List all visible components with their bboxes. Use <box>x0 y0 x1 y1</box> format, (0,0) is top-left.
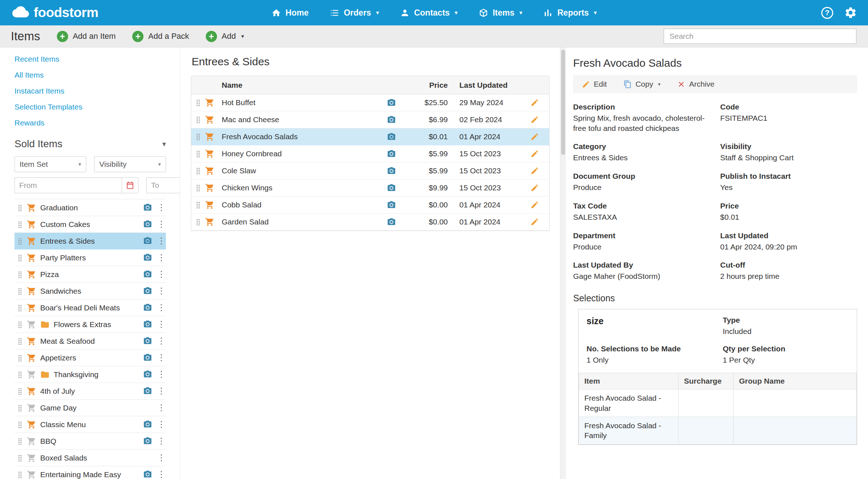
camera-icon[interactable] <box>143 286 152 296</box>
kebab-menu-icon[interactable]: ⋮ <box>157 336 164 346</box>
camera-icon[interactable] <box>143 470 152 479</box>
drag-handle-icon[interactable]: ⣿ <box>17 305 23 311</box>
edit-pencil-icon[interactable] <box>520 132 549 141</box>
item-row[interactable]: ⣿ Fresh Avocado Salads $0.01 01 Apr 2024 <box>191 128 549 145</box>
category-row[interactable]: ⣿ Boar's Head Deli Meats ⋮ <box>14 300 166 316</box>
nav-item[interactable]: Reports ▾ <box>543 8 597 18</box>
category-row[interactable]: ⣿ Graduation ⋮ <box>14 199 166 216</box>
drag-handle-icon[interactable]: ⣿ <box>17 271 23 278</box>
kebab-menu-icon[interactable]: ⋮ <box>157 253 164 263</box>
kebab-menu-icon[interactable]: ⋮ <box>157 203 164 212</box>
edit-pencil-icon[interactable] <box>520 183 549 192</box>
camera-icon[interactable] <box>143 320 152 329</box>
drag-handle-icon[interactable]: ⣿ <box>17 338 23 344</box>
kebab-menu-icon[interactable]: ⋮ <box>157 269 164 279</box>
category-row[interactable]: ⣿ Pizza ⋮ <box>14 266 166 283</box>
drag-handle-icon[interactable]: ⣿ <box>17 355 23 361</box>
category-row[interactable]: ⣿ Custom Cakes ⋮ <box>14 216 166 233</box>
edit-button[interactable]: Edit <box>582 80 607 88</box>
kebab-menu-icon[interactable]: ⋮ <box>157 219 164 229</box>
camera-icon[interactable] <box>143 236 152 245</box>
drag-handle-icon[interactable]: ⣿ <box>17 221 23 228</box>
kebab-menu-icon[interactable]: ⋮ <box>157 286 164 296</box>
drag-handle-icon[interactable]: ⣿ <box>17 438 23 445</box>
camera-icon[interactable] <box>143 353 152 362</box>
sidebar-link[interactable]: Recent Items <box>14 55 166 63</box>
kebab-menu-icon[interactable]: ⋮ <box>157 353 164 363</box>
camera-icon[interactable] <box>387 218 410 227</box>
drag-handle-icon[interactable]: ⣿ <box>17 288 23 294</box>
item-set-select[interactable]: Item Set ▾ <box>14 156 86 172</box>
copy-button[interactable]: Copy ▾ <box>623 80 660 88</box>
edit-pencil-icon[interactable] <box>520 166 549 175</box>
drag-handle-icon[interactable]: ⣿ <box>191 116 205 123</box>
drag-handle-icon[interactable]: ⣿ <box>17 321 23 328</box>
category-row[interactable]: ⣿ Entertaining Made Easy ⋮ <box>14 466 166 479</box>
category-row[interactable]: ⣿ 4th of July ⋮ <box>14 383 166 400</box>
drag-handle-icon[interactable]: ⣿ <box>191 202 205 208</box>
sold-items-section-header[interactable]: Sold Items ▾ <box>14 138 166 150</box>
add-pack-button[interactable]: + Add a Pack <box>132 31 189 42</box>
add-item-button[interactable]: + Add an Item <box>57 31 116 42</box>
camera-icon[interactable] <box>143 387 152 396</box>
drag-handle-icon[interactable]: ⣿ <box>191 219 205 225</box>
archive-button[interactable]: Archive <box>677 80 714 88</box>
camera-icon[interactable] <box>387 115 410 124</box>
camera-icon[interactable] <box>143 203 152 212</box>
item-row[interactable]: ⣿ Chicken Wings $9.99 15 Oct 2023 <box>191 179 549 197</box>
visibility-select[interactable]: Visibility ▾ <box>94 156 166 172</box>
add-dropdown-button[interactable]: + Add ▾ <box>206 31 244 42</box>
nav-item[interactable]: Home <box>271 8 309 18</box>
sidebar-link[interactable]: Rewards <box>14 119 166 127</box>
category-row[interactable]: ⣿ Sandwiches ⋮ <box>14 283 166 300</box>
nav-item[interactable]: Contacts ▾ <box>400 8 458 18</box>
kebab-menu-icon[interactable]: ⋮ <box>157 319 164 329</box>
camera-icon[interactable] <box>387 183 410 193</box>
drag-handle-icon[interactable]: ⣿ <box>17 405 23 411</box>
drag-handle-icon[interactable]: ⣿ <box>191 185 205 191</box>
item-row[interactable]: ⣿ Hot Buffet $25.50 29 May 2024 <box>191 94 549 111</box>
kebab-menu-icon[interactable]: ⋮ <box>157 303 164 313</box>
item-row[interactable]: ⣿ Cole Slaw $5.99 15 Oct 2023 <box>191 162 549 179</box>
drag-handle-icon[interactable]: ⣿ <box>191 133 205 140</box>
category-row[interactable]: ⣿ Boxed Salads ⋮ <box>14 450 166 466</box>
drag-handle-icon[interactable]: ⣿ <box>17 238 23 244</box>
sidebar-link[interactable]: Selection Templates <box>14 103 166 111</box>
search-input[interactable] <box>664 29 856 44</box>
brand-logo[interactable]: foodstorm <box>12 5 98 20</box>
nav-item[interactable]: Items ▾ <box>479 8 522 18</box>
camera-icon[interactable] <box>387 98 410 107</box>
category-row[interactable]: ⣿ Appetizers ⋮ <box>14 350 166 366</box>
kebab-menu-icon[interactable]: ⋮ <box>157 386 164 396</box>
item-row[interactable]: ⣿ Mac and Cheese $6.99 02 Feb 2024 <box>191 111 549 128</box>
camera-icon[interactable] <box>143 437 152 446</box>
drag-handle-icon[interactable]: ⣿ <box>191 168 205 174</box>
list-scrollbar[interactable] <box>560 48 566 479</box>
category-row[interactable]: ⣿ Entrees & Sides ⋮ <box>14 233 166 249</box>
drag-handle-icon[interactable]: ⣿ <box>17 455 23 461</box>
kebab-menu-icon[interactable]: ⋮ <box>157 470 164 479</box>
from-date-input[interactable] <box>14 177 122 193</box>
kebab-menu-icon[interactable]: ⋮ <box>157 369 164 379</box>
sidebar-link[interactable]: All Items <box>14 71 166 79</box>
camera-icon[interactable] <box>143 370 152 379</box>
camera-icon[interactable] <box>387 149 410 158</box>
drag-handle-icon[interactable]: ⣿ <box>17 421 23 428</box>
camera-icon[interactable] <box>387 201 410 210</box>
item-row[interactable]: ⣿ Honey Cornbread $5.99 15 Oct 2023 <box>191 145 549 162</box>
help-icon[interactable]: ? <box>821 7 833 19</box>
edit-pencil-icon[interactable] <box>520 115 549 124</box>
calendar-icon[interactable] <box>122 177 138 193</box>
drag-handle-icon[interactable]: ⣿ <box>17 371 23 378</box>
kebab-menu-icon[interactable]: ⋮ <box>157 420 164 429</box>
drag-handle-icon[interactable]: ⣿ <box>17 471 23 478</box>
edit-pencil-icon[interactable] <box>520 98 549 107</box>
gear-icon[interactable] <box>844 6 857 19</box>
camera-icon[interactable] <box>143 270 152 279</box>
drag-handle-icon[interactable]: ⣿ <box>17 205 23 211</box>
scrollbar-thumb[interactable] <box>561 50 565 155</box>
camera-icon[interactable] <box>143 220 152 229</box>
category-row[interactable]: ⣿ Classic Menu ⋮ <box>14 416 166 433</box>
camera-icon[interactable] <box>143 336 152 346</box>
drag-handle-icon[interactable]: ⣿ <box>191 150 205 157</box>
